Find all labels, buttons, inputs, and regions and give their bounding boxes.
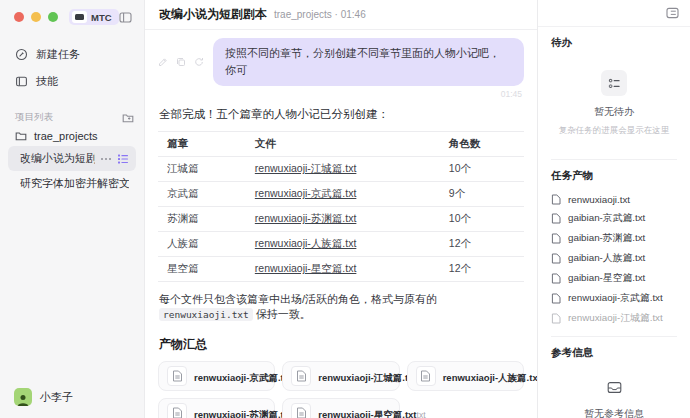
edit-message-icon[interactable] [158,57,168,67]
main-header: 改编小说为短剧剧本 trae_projects · 01:46 [145,0,537,30]
artifact-file-name: renwuxiaoji-京武篇.txt [568,292,663,305]
minimize-window-button[interactable] [31,12,41,22]
artifact-file-item[interactable]: gaibian-苏渊篇.txt [551,228,677,248]
artifact-card[interactable]: renwuxiaoji-京武篇.txttxt [158,361,275,391]
todo-section: 待办 暂无待办 复杂任务的进展会显示在这里 [538,27,690,151]
artifact-card-name: renwuxiaoji-江城篇.txt [318,372,416,383]
table-row: 星空篇 renwuxiaoji-星空篇.txt 12个 [158,257,524,282]
file-icon [551,313,561,324]
more-options-icon[interactable] [100,157,112,161]
artifact-cards: renwuxiaoji-京武篇.txttxt renwuxiaoji-江城篇.t… [158,361,524,418]
artifact-card-type: txt [417,410,426,418]
menu-item-new-task[interactable]: 新建任务 [8,41,136,68]
message-timestamp: 01:45 [158,89,522,99]
artifact-card[interactable]: renwuxiaoji-苏渊篇.txttxt [158,398,275,418]
reference-empty-state: 暂无参考信息 任务执行过程中调用的技能和参考的网页将展示在这里 [551,380,677,418]
artifact-file-item[interactable]: renwuxiaoji.txt [551,190,677,208]
artifacts-summary-heading: 产物汇总 [159,336,523,353]
table-header: 篇章 [158,132,246,157]
file-icon [291,366,311,386]
user-profile[interactable]: 小李子 [0,378,144,418]
file-link[interactable]: renwuxiaoji-星空篇.txt [255,262,357,274]
artifact-file-item[interactable]: gaibian-京武篇.txt [551,208,677,228]
artifact-file-name: gaibian-苏渊篇.txt [568,232,645,245]
todo-empty-title: 暂无待办 [551,105,677,119]
project-item-label: 改编小说为短剧剧本 [20,151,95,166]
chat-area: 按照不同的章节，分别创建不同章节里面的人物小记吧， 你可 01:45 全部完成！… [145,30,537,418]
count-cell: 10个 [440,157,524,182]
table-header: 角色数 [440,132,524,157]
page-subtitle: trae_projects · 01:46 [274,9,366,20]
note-text: 每个文件只包含该篇章中出场/活跃的角色，格式与原有的 [159,293,437,305]
chapter-cell: 江城篇 [158,157,246,182]
reference-empty-title: 暂无参考信息 [551,407,677,418]
close-window-button[interactable] [14,12,24,22]
file-link[interactable]: renwuxiaoji-江城篇.txt [255,162,357,174]
artifact-card[interactable]: renwuxiaoji-江城篇.txttxt [282,361,399,391]
file-link[interactable]: renwuxiaoji-人族篇.txt [255,237,357,249]
file-icon [167,366,187,386]
menu-item-label: 技能 [36,74,58,89]
artifact-file-item[interactable]: gaibian-人族篇.txt [551,248,677,268]
artifact-card-name: renwuxiaoji-人族篇.txt [443,372,537,383]
main-panel: 改编小说为短剧剧本 trae_projects · 01:46 按照不同的章节，… [145,0,537,418]
menu-item-skills[interactable]: 技能 [8,68,136,95]
project-list-label: 项目列表 [15,111,53,124]
reference-section: 参考信息 暂无参考信息 任务执行过程中调用的技能和参考的网页将展示在这里 [538,337,690,418]
task-artifacts-section: 任务产物 renwuxiaoji.txt gaibian-京武篇.txt gai… [538,160,690,328]
chapter-cell: 京武篇 [158,182,246,207]
artifact-file-item[interactable]: renwuxiaoji-京武篇.txt [551,288,677,308]
panel-layout-icon[interactable] [666,7,679,19]
sidebar-menu: 新建任务 技能 [0,29,144,95]
page-title: 改编小说为短剧剧本 [159,6,267,23]
retry-message-icon[interactable] [194,57,204,67]
skills-icon [15,75,28,88]
artifact-card[interactable]: renwuxiaoji-星空篇.txttxt [282,398,399,418]
app-badge-label: MTC [91,12,112,23]
menu-item-label: 新建任务 [36,47,80,62]
chapter-table: 篇章 文件 角色数 江城篇 renwuxiaoji-江城篇.txt 10个 京武… [158,131,524,282]
new-folder-icon[interactable] [122,112,134,124]
project-item-label: 研究字体加密并解密文本 [20,176,129,191]
file-icon [551,293,561,304]
task-artifacts-list: renwuxiaoji.txt gaibian-京武篇.txt gaibian-… [551,190,677,328]
project-group-row[interactable]: trae_projects [0,124,144,146]
table-header: 文件 [246,132,440,157]
zoom-window-button[interactable] [48,12,58,22]
count-cell: 12个 [440,232,524,257]
todo-empty-desc: 复杂任务的进展会显示在这里 [551,124,677,137]
artifact-file-name: gaibian-人族篇.txt [568,252,645,265]
assistant-message-intro: 全部完成！五个篇章的人物小记已分别创建： [159,107,524,122]
reference-empty-icon [607,381,622,394]
table-row: 江城篇 renwuxiaoji-江城篇.txt 10个 [158,157,524,182]
file-link[interactable]: renwuxiaoji-京武篇.txt [255,187,357,199]
message-actions [158,57,204,67]
file-link[interactable]: renwuxiaoji-苏渊篇.txt [255,212,357,224]
copy-message-icon[interactable] [176,57,186,67]
artifact-file-name: gaibian-京武篇.txt [568,212,645,225]
file-icon [416,366,436,386]
project-item-selected[interactable]: 改编小说为短剧剧本 [8,146,136,171]
file-icon [551,213,561,224]
artifact-file-item[interactable]: gaibian-星空篇.txt [551,268,677,288]
inline-code: renwuxiaoji.txt [159,308,253,321]
user-message-bubble: 按照不同的章节，分别创建不同章节里面的人物小记吧， 你可 [213,38,524,86]
project-list-section: 项目列表 [0,111,144,124]
right-panel-header [538,0,690,27]
titlebar: MTC [0,0,144,29]
artifact-file-item[interactable]: renwuxiaoji-江城篇.txt [551,308,677,328]
chapter-cell: 苏渊篇 [158,207,246,232]
project-item[interactable]: 研究字体加密并解密文本 [8,171,136,196]
artifact-file-name: renwuxiaoji.txt [568,194,630,205]
app-badge[interactable]: MTC [69,9,119,25]
chapter-cell: 星空篇 [158,257,246,282]
task-checklist-icon[interactable] [117,153,129,165]
new-task-icon [15,48,28,61]
todo-empty-icon [601,70,627,96]
table-row: 人族篇 renwuxiaoji-人族篇.txt 12个 [158,232,524,257]
user-avatar [14,388,32,406]
user-name: 小李子 [40,390,73,405]
file-icon [551,273,561,284]
sidebar-toggle-icon[interactable] [119,11,132,24]
artifact-card[interactable]: renwuxiaoji-人族篇.txttxt [407,361,524,391]
